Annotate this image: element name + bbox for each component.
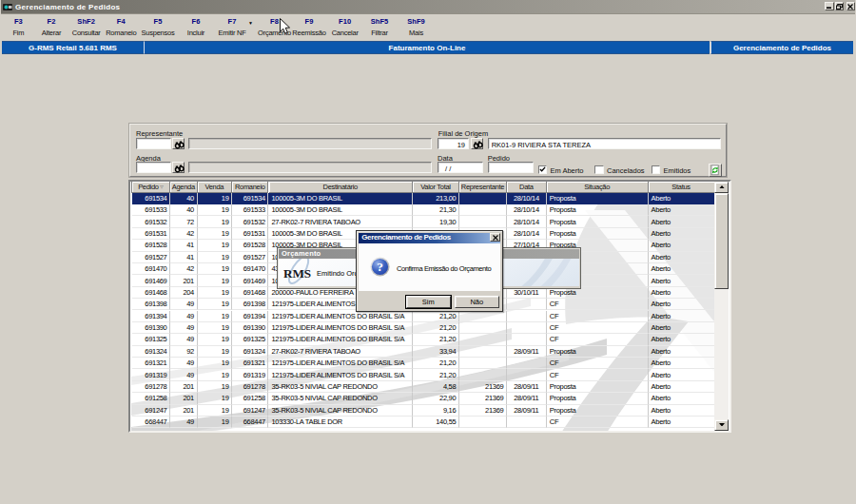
- svg-text:?: ?: [377, 261, 383, 275]
